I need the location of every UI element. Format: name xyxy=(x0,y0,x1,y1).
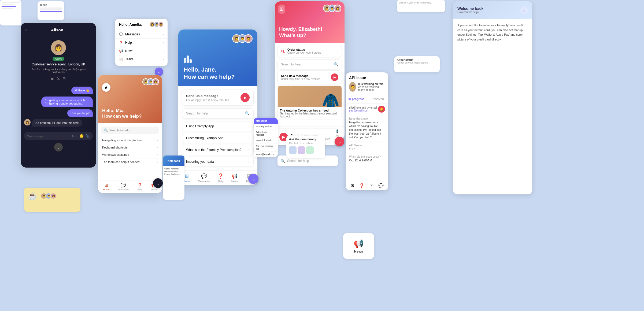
menu-label: Messages xyxy=(125,32,140,36)
community-panel: Ask the community Get help from others xyxy=(286,135,325,158)
nav-news[interactable]: 📢 News xyxy=(231,173,238,183)
nav-help[interactable]: ❓ Help xyxy=(137,183,143,191)
chat-input-placeholder: Write a reply... xyxy=(27,135,46,138)
news-highlight-panel[interactable]: 📢 News xyxy=(343,233,374,259)
nav-item-importing[interactable]: Importing your data › xyxy=(182,157,254,167)
send-message-card[interactable]: Send us a message Usual reply time is a … xyxy=(182,90,254,106)
avatar-group: 👩 👨 👩 xyxy=(149,21,164,27)
checkmark-icon[interactable]: ☑ xyxy=(369,183,373,188)
notification-bell[interactable]: 🔔 xyxy=(378,106,385,113)
help-icon[interactable]: ❓ xyxy=(359,183,364,188)
notification-row: plied here and by email pac@email.com 🔔 xyxy=(346,103,388,115)
send-msg-text: Send us a message Usual reply time is a … xyxy=(281,74,320,80)
jane-title: Hello, Jane. How can we help? xyxy=(184,66,252,80)
tab-in-progress[interactable]: In progress xyxy=(346,95,367,103)
message-bubble: Can you help? xyxy=(67,109,93,117)
send-message-card-elizabeth[interactable]: Send us a message Usual reply time is a … xyxy=(277,71,342,84)
search-card-elizabeth[interactable]: Search for help 🔍 xyxy=(277,59,342,69)
task-item xyxy=(40,11,62,12)
nav-item-customizing[interactable]: Customizing Examply App › xyxy=(182,133,254,143)
twitter-icon[interactable]: 𝕏 xyxy=(57,76,60,81)
elizabeth-hero: ⊞ 👩 👨 👩 Howdy, Elizabeth! What's up? xyxy=(275,1,345,43)
social-icons: in 𝕏 ⊞ xyxy=(51,76,66,81)
search-card[interactable]: Search for help 🔍 xyxy=(182,108,254,119)
nav-home[interactable]: ⊞ Home xyxy=(103,183,110,191)
search-placeholder: Search for help xyxy=(281,63,301,66)
nav-link-navigating[interactable]: Navigating around the platform › xyxy=(101,137,159,144)
nav-messages[interactable]: 💬 Messages xyxy=(118,183,129,191)
elizabeth-scroll-down-button[interactable]: ⌄ xyxy=(335,137,344,146)
ic-item-2[interactable]: Fill out info request xyxy=(254,129,278,138)
nav-link-workflows[interactable]: Workflows explained › xyxy=(101,151,159,158)
menu-item-news[interactable]: 📢 News › xyxy=(115,47,168,55)
send-message-subtitle: Usual reply time is a few minutes xyxy=(186,98,229,102)
nav-help[interactable]: ❓ Help xyxy=(218,173,224,183)
order-status-card[interactable]: 🛍 Order status Check on your recent orde… xyxy=(277,45,342,57)
welcome-title: Welcome back xyxy=(457,6,483,11)
field-label: API Version xyxy=(349,144,385,147)
back-button[interactable]: ‹ xyxy=(25,27,27,33)
messages-icon: 💬 xyxy=(119,32,123,36)
nav-link-keyboard[interactable]: Keyboard shortcuts › xyxy=(101,144,159,151)
nav-item-using[interactable]: Using Examply App › xyxy=(182,121,254,131)
chat-input[interactable]: Write a reply... GIF 🙂 📎 xyxy=(24,132,93,140)
copy-icon[interactable]: ⊞ xyxy=(62,76,66,81)
chevron-right-icon: › xyxy=(157,146,158,149)
agent-bio: I live for cooking, rock climbing and he… xyxy=(25,68,92,74)
linkedin-icon[interactable]: in xyxy=(51,76,54,81)
tab-resolved[interactable]: Resolved xyxy=(367,95,388,103)
ic-header: Messages xyxy=(254,118,278,124)
scroll-down-button[interactable]: ⌄ xyxy=(54,143,63,151)
nav-messages[interactable]: 💬 Messages xyxy=(198,173,210,183)
ic-item-3[interactable]: Search for help xyxy=(254,138,278,143)
emoji-icon[interactable]: 🙂 xyxy=(79,134,84,138)
ic-item-1[interactable]: Ask a question xyxy=(254,124,278,129)
gif-icon[interactable]: GIF xyxy=(72,134,78,138)
api-header: API Issue 👨 n is working on this ed to b… xyxy=(346,72,388,95)
jane-scroll-down-button[interactable]: ⌄ xyxy=(248,174,258,184)
order-status-title: Order status xyxy=(287,48,321,51)
community-subtitle: Get help from others xyxy=(289,142,323,145)
search-bar[interactable]: 🔍 xyxy=(101,127,159,134)
ic-item-5[interactable]: exam@email.com xyxy=(254,152,278,157)
home-icon: ⊞ xyxy=(185,173,189,179)
nav-link-team[interactable]: The team can help if needed › xyxy=(101,158,159,165)
far-right-header: Welcome back How can we help? ⌄ xyxy=(453,1,532,19)
community-title: Ask the community xyxy=(289,138,323,141)
agent-status: n is working on this ed to be resolved t… xyxy=(358,83,385,91)
agent-role: Customer service agent · London, UK xyxy=(32,62,85,66)
ic-item-4[interactable]: Join our mailing list xyxy=(254,143,278,152)
order-status-small: Order status Check on your recent orders xyxy=(397,58,436,64)
mia-panel: 👩 👨 👩 Hello, Mia. How can we help? 🔍 Nav… xyxy=(98,75,162,193)
menu-item-tasks[interactable]: 📋 Tasks › xyxy=(115,55,168,63)
alison-header: ‹ Alison xyxy=(21,23,96,37)
search-input[interactable] xyxy=(109,129,156,132)
avatar: 👩 xyxy=(50,193,57,199)
notebook-panel: Notebook Classic Notebook, now available… xyxy=(163,156,184,200)
send-button[interactable]: ▶ xyxy=(240,93,250,102)
chat-icon[interactable]: 💬 xyxy=(378,183,384,188)
jane-avatar-group: 👩 👨 👩 xyxy=(232,34,253,43)
search-icon: 🔍 xyxy=(104,128,108,132)
tasks-bg-panel: Tasks xyxy=(38,1,64,20)
chevron-right-icon: › xyxy=(157,160,158,164)
send-button[interactable]: ▶ xyxy=(331,73,338,81)
scroll-indicator[interactable]: ⌄ xyxy=(520,6,528,14)
nav-item-premium[interactable]: What is in the Examply Premium plan? › xyxy=(182,145,254,155)
mia-scroll-down-button[interactable]: ⌄ xyxy=(153,178,163,188)
elizabeth-avatar-group: 👩 👨 👩 xyxy=(323,5,341,12)
field-value: I'm getting a server error which I'm hav… xyxy=(349,121,385,139)
autumn-banner[interactable]: 🧥 The Autumn Collection has arrived Get … xyxy=(277,86,342,120)
tasks-icon: 📋 xyxy=(119,57,123,61)
jane-bottom-nav: ⊞ Home 💬 Messages ❓ Help 📢 News ☑ Tasks xyxy=(178,170,257,185)
news-icon: 📢 xyxy=(119,49,123,53)
search-icon: 🔍 xyxy=(281,159,285,163)
menu-item-help[interactable]: ❓ Help › xyxy=(115,39,168,47)
menu-item-messages[interactable]: 💬 Messages › xyxy=(115,30,168,39)
status-tabs: In progress Resolved xyxy=(346,95,388,103)
chevron-right-icon: › xyxy=(248,148,250,152)
notif-text: plied here and by email pac@email.com xyxy=(349,106,377,112)
message-bubble: I'm getting a server error which I'm hav… xyxy=(41,97,93,107)
attach-icon[interactable]: 📎 xyxy=(85,134,90,138)
email-icon[interactable]: ✉ xyxy=(350,183,354,188)
